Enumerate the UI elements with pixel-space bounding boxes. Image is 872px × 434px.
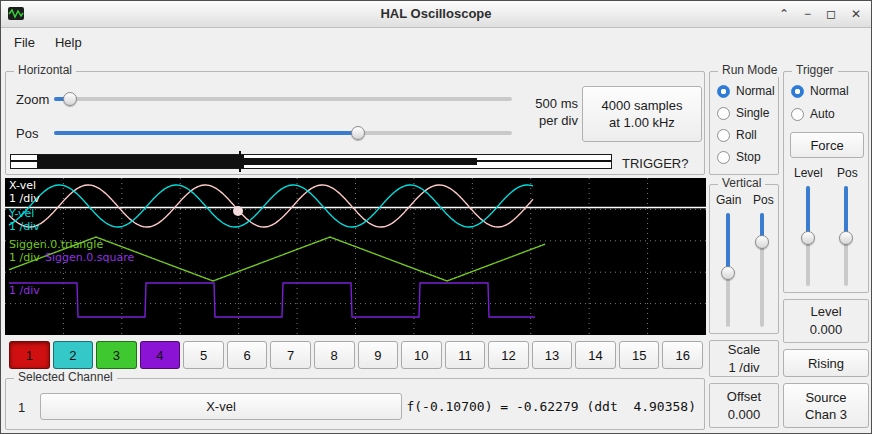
vertical-pos-slider[interactable] — [753, 213, 771, 327]
trigger-source-button[interactable]: Source Chan 3 — [783, 383, 869, 428]
run-mode-legend: Run Mode — [718, 63, 781, 77]
gain-slider[interactable] — [719, 213, 737, 327]
channel-buttons-row: 12345678910111213141516 — [9, 341, 703, 369]
slider-handle[interactable] — [63, 92, 77, 106]
menu-file[interactable]: File — [5, 32, 44, 53]
channel-button-14[interactable]: 14 — [575, 341, 616, 369]
vertical-legend: Vertical — [718, 176, 765, 190]
scope-channel-name-3: Siggen.0.triangle — [9, 238, 103, 251]
radio-icon — [717, 85, 730, 98]
channel-button-5[interactable]: 5 — [183, 341, 224, 369]
shade-icon[interactable]: ⌃ — [779, 7, 789, 21]
trigger-level-display: Level 0.000 — [783, 299, 869, 343]
close-icon[interactable]: ✕ — [851, 7, 861, 21]
channel-name-button[interactable]: X-vel — [40, 393, 402, 420]
record-pending-segment — [244, 158, 477, 165]
channel-button-2[interactable]: 2 — [53, 341, 94, 369]
channel-button-10[interactable]: 10 — [401, 341, 442, 369]
zoom-label: Zoom — [16, 92, 49, 107]
run-mode-group: Run Mode NormalSingleRollStop — [709, 71, 779, 175]
radio-icon — [717, 129, 730, 142]
record-position-bar[interactable] — [10, 154, 612, 169]
menu-help[interactable]: Help — [46, 32, 91, 53]
channel-button-4[interactable]: 4 — [140, 341, 181, 369]
timebase-value: 500 ms — [512, 95, 578, 112]
channel-button-15[interactable]: 15 — [619, 341, 660, 369]
vertical-group: Vertical Gain Pos — [709, 184, 779, 334]
position-slider[interactable] — [54, 124, 512, 142]
trigger-mode-auto[interactable]: Auto — [791, 107, 849, 121]
run-mode-normal[interactable]: Normal — [717, 84, 775, 98]
samples-rate: at 1.00 kHz — [609, 114, 675, 131]
channel-button-8[interactable]: 8 — [314, 341, 355, 369]
samples-count: 4000 samples — [602, 97, 683, 114]
radio-icon — [717, 151, 730, 164]
channel-button-9[interactable]: 9 — [358, 341, 399, 369]
titlebar[interactable]: HAL Oscilloscope ⌃ − ◻ ✕ — [1, 1, 871, 28]
zoom-slider[interactable] — [54, 90, 512, 108]
run-mode-stop[interactable]: Stop — [717, 150, 775, 164]
scope-channel-name-4: Siggen.0.square — [45, 251, 134, 264]
maximize-icon[interactable]: ◻ — [826, 7, 836, 21]
channel-button-1[interactable]: 1 — [9, 341, 50, 369]
selected-channel-legend: Selected Channel — [14, 370, 117, 384]
offset-display-title: Offset — [727, 388, 761, 406]
offset-display-value: 0.000 — [728, 406, 761, 424]
radio-icon — [791, 108, 804, 121]
run-mode-single[interactable]: Single — [717, 106, 775, 120]
scope-channel-scale-1: 1 /div — [9, 192, 40, 205]
slider-handle[interactable] — [755, 235, 769, 249]
channel-button-3[interactable]: 3 — [96, 341, 137, 369]
gain-label: Gain — [716, 193, 741, 207]
run-mode-options: NormalSingleRollStop — [717, 84, 775, 164]
channel-button-16[interactable]: 16 — [662, 341, 703, 369]
trigger-legend: Trigger — [792, 63, 838, 77]
offset-display: Offset 0.000 — [709, 383, 779, 428]
trigger-edge-button[interactable]: Rising — [783, 349, 869, 377]
channel-button-12[interactable]: 12 — [488, 341, 529, 369]
timebase-label: 500 ms per div — [512, 95, 578, 129]
trigger-position-marker[interactable] — [239, 151, 241, 172]
app-window: HAL Oscilloscope ⌃ − ◻ ✕ FileHelp Horizo… — [0, 0, 872, 434]
pos-label: Pos — [16, 126, 38, 141]
slider-handle[interactable] — [839, 231, 853, 245]
channel-button-13[interactable]: 13 — [532, 341, 573, 369]
trigger-mode-options: NormalAuto — [791, 84, 849, 121]
channel-button-7[interactable]: 7 — [270, 341, 311, 369]
samples-button[interactable]: 4000 samples at 1.00 kHz — [582, 86, 702, 142]
radio-label: Single — [736, 106, 769, 120]
trigger-level-display-value: 0.000 — [810, 321, 843, 339]
scale-display-value: 1 /div — [728, 359, 759, 377]
scope-display[interactable]: X-vel1 /divY-vel1 /divSiggen.0.triangle1… — [5, 178, 706, 335]
radio-label: Auto — [810, 107, 835, 121]
slider-fill — [54, 131, 358, 135]
slider-handle[interactable] — [801, 231, 815, 245]
trigger-source-value: Chan 3 — [805, 406, 847, 423]
vertical-pos-label: Pos — [753, 193, 774, 207]
trigger-pos-slider[interactable] — [837, 186, 855, 286]
run-mode-roll[interactable]: Roll — [717, 128, 775, 142]
force-button[interactable]: Force — [790, 132, 864, 158]
minimize-icon[interactable]: − — [804, 7, 811, 21]
radio-label: Stop — [736, 150, 761, 164]
trigger-mode-normal[interactable]: Normal — [791, 84, 849, 98]
channel-button-11[interactable]: 11 — [445, 341, 486, 369]
slider-fill — [806, 186, 810, 238]
slider-groove — [54, 97, 512, 101]
slider-handle[interactable] — [721, 266, 735, 280]
trigger-level-display-title: Level — [810, 303, 841, 321]
scope-channel-scale-2: 1 /div — [9, 220, 40, 233]
radio-icon — [717, 107, 730, 120]
channel-value-readout: f(-0.10700) = -0.62279 (ddt 4.90358) — [406, 399, 696, 414]
channel-button-6[interactable]: 6 — [227, 341, 268, 369]
selected-channel-number: 1 — [18, 400, 25, 415]
slider-fill — [844, 186, 848, 238]
timebase-unit: per div — [512, 112, 578, 129]
radio-label: Normal — [810, 84, 849, 98]
radio-icon — [791, 85, 804, 98]
trigger-level-slider[interactable] — [799, 186, 817, 286]
selected-channel-group: Selected Channel 1 X-vel f(-0.10700) = -… — [5, 378, 705, 430]
slider-handle[interactable] — [351, 126, 365, 140]
scale-display-title: Scale — [728, 341, 761, 359]
trigger-question-label: TRIGGER? — [622, 156, 688, 171]
